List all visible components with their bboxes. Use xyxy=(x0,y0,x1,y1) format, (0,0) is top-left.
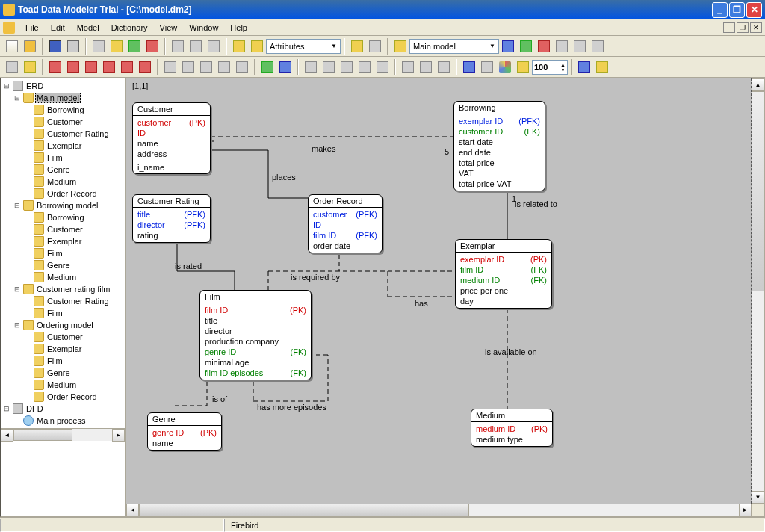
align-4[interactable] xyxy=(356,59,373,75)
tb-btn-16[interactable] xyxy=(392,38,409,55)
shape-tool-1[interactable] xyxy=(162,59,179,75)
shape-tool-4[interactable] xyxy=(216,59,232,75)
entity-order-record[interactable]: Order Record customer ID(PFK)film ID(PFK… xyxy=(308,194,382,253)
entity-tool[interactable] xyxy=(22,59,38,75)
tree-node[interactable]: Medium xyxy=(2,271,123,283)
shape-tool-3[interactable] xyxy=(198,59,214,75)
tb-btn-7[interactable] xyxy=(126,38,143,55)
tb-btn-10[interactable] xyxy=(188,38,204,55)
tree-node[interactable]: Customer Rating xyxy=(2,295,123,307)
tree-toggle[interactable]: ⊟ xyxy=(13,202,22,209)
mdi-close-button[interactable]: ✕ xyxy=(750,22,762,33)
scroll-thumb[interactable] xyxy=(13,429,72,441)
print-button[interactable] xyxy=(65,38,81,55)
scroll-left-button[interactable]: ◄ xyxy=(1,429,13,442)
entity-borrowing[interactable]: Borrowing exemplar ID(PFK)customer ID(FK… xyxy=(453,101,545,191)
tb-btn-22[interactable] xyxy=(589,38,606,55)
open-button[interactable] xyxy=(22,38,38,55)
menu-model[interactable]: Model xyxy=(71,22,105,34)
align-5[interactable] xyxy=(374,59,391,75)
model-combo[interactable]: Main model▼ xyxy=(409,39,499,54)
rel-tool-5[interactable] xyxy=(119,59,135,75)
menu-edit[interactable]: Edit xyxy=(45,22,71,34)
tree-node[interactable]: Order Record xyxy=(2,188,123,200)
scroll-thumb[interactable] xyxy=(752,91,764,291)
scroll-thumb[interactable] xyxy=(139,504,469,516)
tree-node[interactable]: ⊟ Customer rating film xyxy=(2,283,123,295)
tb-btn-13[interactable] xyxy=(249,38,265,55)
tree-toggle[interactable]: ⊟ xyxy=(2,405,11,412)
help-btn-2[interactable] xyxy=(594,59,610,75)
tree-node[interactable]: Borrowing xyxy=(2,211,123,223)
entity-genre[interactable]: Genre genre ID(PK)name xyxy=(147,412,222,451)
menu-dictionary[interactable]: Dictionary xyxy=(105,22,154,34)
rel-tool-3[interactable] xyxy=(83,59,99,75)
tb-btn-17[interactable] xyxy=(500,38,516,55)
entity-customer-rating[interactable]: Customer Rating title(PFK)director(PFK)r… xyxy=(132,194,211,243)
rel-tool-1[interactable] xyxy=(47,59,64,75)
new-button[interactable] xyxy=(4,38,20,55)
zoom-spinner[interactable]: 100▲▼ xyxy=(532,60,568,75)
scroll-right-button[interactable]: ► xyxy=(112,429,125,442)
rel-tool-6[interactable] xyxy=(137,59,153,75)
tree-node[interactable]: Borrowing xyxy=(2,104,123,116)
entity-film[interactable]: Film film ID(PK)titledirectorproduction … xyxy=(199,290,312,380)
align-6[interactable] xyxy=(400,59,416,75)
tb-btn-12[interactable] xyxy=(231,38,247,55)
menu-file[interactable]: File xyxy=(19,22,45,34)
tree-node[interactable]: Film xyxy=(2,307,123,319)
menu-view[interactable]: View xyxy=(154,22,184,34)
tb-btn-8[interactable] xyxy=(144,38,161,55)
shape-tool-5[interactable] xyxy=(234,59,250,75)
shape-tool-2[interactable] xyxy=(180,59,196,75)
tree-toggle[interactable]: ⊟ xyxy=(13,285,22,293)
tb-btn-5[interactable] xyxy=(90,38,107,55)
entity-medium[interactable]: Medium medium ID(PK)medium type xyxy=(471,409,553,447)
tree-node[interactable]: Genre xyxy=(2,259,123,271)
tree-node[interactable]: Customer Rating xyxy=(2,128,123,140)
tb-btn-21[interactable] xyxy=(572,38,588,55)
tree-node[interactable]: Customer xyxy=(2,223,123,235)
view-4[interactable] xyxy=(515,59,531,75)
tree-node[interactable]: Medium xyxy=(2,379,123,391)
tree-node[interactable]: Customer xyxy=(2,116,123,128)
tree-node[interactable]: Medium xyxy=(2,176,123,188)
tree-node[interactable]: Order Record xyxy=(2,391,123,403)
save-button[interactable] xyxy=(47,38,64,55)
diagram-canvas[interactable]: [1,1] [2,1] xyxy=(126,78,752,504)
tree-node[interactable]: Main process xyxy=(2,415,123,427)
tb2-btn-b[interactable] xyxy=(277,59,294,75)
pointer-tool[interactable] xyxy=(4,59,20,75)
tb-btn-11[interactable] xyxy=(205,38,222,55)
mdi-minimize-button[interactable]: _ xyxy=(723,22,735,33)
scroll-down-button[interactable]: ▼ xyxy=(752,491,764,504)
menu-window[interactable]: Window xyxy=(183,22,224,34)
display-combo[interactable]: Attributes▼ xyxy=(266,39,341,54)
entity-customer[interactable]: Customer customer ID(PK)nameaddress i_na… xyxy=(132,102,211,174)
view-3[interactable] xyxy=(497,59,513,75)
tree-toggle[interactable]: ⊟ xyxy=(13,94,22,102)
model-tree[interactable]: ⊟ ERD ⊟ Main model Borrowing Customer Cu… xyxy=(1,78,125,428)
view-1[interactable] xyxy=(461,59,477,75)
tree-node[interactable]: ⊟ Ordering model xyxy=(2,319,123,331)
canvas-hscroll[interactable]: ◄ ► xyxy=(126,504,752,516)
entity-exemplar[interactable]: Exemplar exemplar ID(PK)film ID(FK)mediu… xyxy=(455,239,552,309)
view-2[interactable] xyxy=(479,59,495,75)
align-3[interactable] xyxy=(338,59,355,75)
tree-node[interactable]: ⊟ Main model xyxy=(2,92,123,104)
tb-btn-20[interactable] xyxy=(554,38,570,55)
tree-node[interactable]: Exemplar xyxy=(2,235,123,247)
tree-node[interactable]: ⊟ ERD xyxy=(2,80,123,92)
rel-tool-2[interactable] xyxy=(65,59,81,75)
tb-btn-18[interactable] xyxy=(518,38,534,55)
tree-node[interactable]: Customer xyxy=(2,331,123,343)
tree-node[interactable]: Exemplar xyxy=(2,140,123,152)
tree-node[interactable]: Film xyxy=(2,355,123,367)
tree-hscroll[interactable]: ◄ ► xyxy=(1,428,125,441)
menu-help[interactable]: Help xyxy=(224,22,253,34)
align-2[interactable] xyxy=(320,59,337,75)
help-btn-1[interactable] xyxy=(576,59,592,75)
close-button[interactable]: ✕ xyxy=(746,2,762,18)
scroll-left-button[interactable]: ◄ xyxy=(126,504,139,516)
tree-toggle[interactable]: ⊟ xyxy=(2,82,11,90)
